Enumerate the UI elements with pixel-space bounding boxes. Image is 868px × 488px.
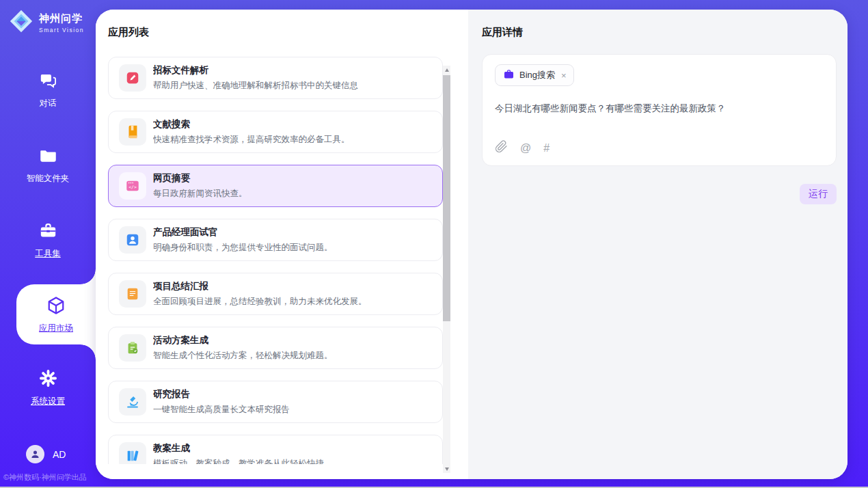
tool-tag-label: Bing搜索 <box>519 69 555 81</box>
diamond-logo-icon <box>8 8 34 37</box>
list-scrollbar[interactable] <box>443 66 450 473</box>
app-card-title: 文献搜索 <box>153 118 350 131</box>
run-button[interactable]: 运行 <box>800 184 837 204</box>
triangle-up-icon <box>445 68 449 72</box>
tool-tag-bing-search[interactable]: Bing搜索 × <box>495 64 574 86</box>
bid-document-icon <box>119 64 146 92</box>
app-card-description: 智能生成个性化活动方案，轻松解决规划难题。 <box>153 350 333 362</box>
sidebar-item-label: 系统设置 <box>31 396 65 407</box>
svg-text:</>: </> <box>128 185 137 190</box>
scroll-up-button[interactable] <box>443 66 450 74</box>
app-card[interactable]: </> 网页摘要 每日政府新闻资讯快查。 <box>108 165 443 207</box>
webpage-summary-icon: </> <box>119 172 146 200</box>
sidebar-item-toolset[interactable]: 工具集 <box>0 221 96 260</box>
app-card[interactable]: 文献搜索 快速精准查找学术资源，提高研究效率的必备工具。 <box>108 111 443 153</box>
pm-interviewer-icon <box>119 226 146 254</box>
chat-icon <box>39 71 57 92</box>
lesson-plan-icon <box>119 442 146 464</box>
app-card[interactable]: 教案生成 模板驱动，教案秒成，教学准备从此轻松快捷 <box>108 435 443 464</box>
app-card-description: 每日政府新闻资讯快查。 <box>153 188 247 200</box>
app-card-title: 项目总结汇报 <box>153 280 367 293</box>
paperclip-icon[interactable] <box>495 140 508 156</box>
sidebar-item-label: 智能文件夹 <box>27 173 70 185</box>
user-name: AD <box>53 449 66 460</box>
app-card-description: 一键智能生成高质量长文本研究报告 <box>153 404 290 416</box>
brand-subtitle: Smart Vision <box>39 27 84 33</box>
app-card-description: 全面回顾项目进展，总结经验教训，助力未来优化发展。 <box>153 296 367 308</box>
app-card-title: 招标文件解析 <box>153 64 358 77</box>
hash-icon[interactable]: # <box>543 143 550 154</box>
app-card[interactable]: 项目总结汇报 全面回顾项目进展，总结经验教训，助力未来优化发展。 <box>108 273 443 315</box>
cube-icon <box>46 295 66 318</box>
folder-icon <box>39 146 57 167</box>
user-account[interactable]: AD <box>26 445 66 463</box>
app-card-description: 帮助用户快速、准确地理解和解析招标书中的关键信息 <box>153 80 358 92</box>
app-card[interactable]: 产品经理面试官 明确身份和职责，为您提供专业性的面试问题。 <box>108 219 443 261</box>
sidebar-item-app-market[interactable]: 应用市场 <box>16 284 96 344</box>
input-toolbar: @ # <box>495 140 824 156</box>
app-card-description: 明确身份和职责，为您提供专业性的面试问题。 <box>153 242 333 254</box>
gear-icon <box>39 369 57 390</box>
app-detail-pane: 应用详情 Bing搜索 × 今日湖北有哪些新闻要点？有哪些需要关注的最新政策？ … <box>468 10 847 479</box>
scrollbar-thumb[interactable] <box>443 75 450 321</box>
literature-search-icon <box>119 118 146 146</box>
app-detail-title: 应用详情 <box>482 26 837 39</box>
activity-plan-icon <box>119 334 146 362</box>
app-card[interactable]: 研究报告 一键智能生成高质量长文本研究报告 <box>108 381 443 423</box>
sidebar-item-label: 应用市场 <box>39 323 73 334</box>
scroll-down-button[interactable] <box>443 465 450 473</box>
app-card-title: 产品经理面试官 <box>153 226 333 239</box>
app-card-title: 研究报告 <box>153 388 290 401</box>
sidebar: 神州问学 Smart Vision 对话 智能文件夹 工具集 应用市场 系统设置 <box>0 0 96 488</box>
research-report-icon <box>119 388 146 416</box>
brand-logo: 神州问学 Smart Vision <box>8 8 84 37</box>
sidebar-item-label: 工具集 <box>35 248 61 260</box>
app-card-title: 网页摘要 <box>153 172 247 185</box>
sidebar-item-label: 对话 <box>40 98 57 109</box>
app-card[interactable]: 活动方案生成 智能生成个性化活动方案，轻松解决规划难题。 <box>108 327 443 369</box>
app-card-list: 招标文件解析 帮助用户快速、准确地理解和解析招标书中的关键信息 文献搜索 快速精… <box>108 57 443 464</box>
app-card-description: 模板驱动，教案秒成，教学准备从此轻松快捷 <box>153 458 324 464</box>
main-panel: 应用列表 招标文件解析 帮助用户快速、准确地理解和解析招标书中的关键信息 文献搜… <box>96 10 847 479</box>
user-avatar-icon <box>26 445 44 463</box>
app-card-title: 活动方案生成 <box>153 334 333 347</box>
app-card-description: 快速精准查找学术资源，提高研究效率的必备工具。 <box>153 134 350 146</box>
prompt-input[interactable]: 今日湖北有哪些新闻要点？有哪些需要关注的最新政策？ <box>495 103 824 140</box>
app-list-pane: 应用列表 招标文件解析 帮助用户快速、准确地理解和解析招标书中的关键信息 文献搜… <box>96 10 468 479</box>
app-card-title: 教案生成 <box>153 442 324 455</box>
at-icon[interactable]: @ <box>520 143 531 154</box>
copyright-footer: ©神州数码·神州问学出品 <box>3 472 87 483</box>
prompt-card: Bing搜索 × 今日湖北有哪些新闻要点？有哪些需要关注的最新政策？ @ # <box>482 54 837 166</box>
toolbox-icon <box>39 221 57 243</box>
tag-close-icon[interactable]: × <box>561 70 567 81</box>
brand-name: 神州问学 <box>39 12 84 25</box>
sidebar-item-smart-folder[interactable]: 智能文件夹 <box>0 146 96 185</box>
sidebar-item-chat[interactable]: 对话 <box>0 71 96 109</box>
sidebar-item-settings[interactable]: 系统设置 <box>0 369 96 407</box>
app-window: 神州问学 Smart Vision 对话 智能文件夹 工具集 应用市场 系统设置 <box>0 0 868 488</box>
triangle-down-icon <box>445 467 449 471</box>
app-card[interactable]: 招标文件解析 帮助用户快速、准确地理解和解析招标书中的关键信息 <box>108 57 443 99</box>
briefcase-icon <box>503 68 515 83</box>
app-list-title: 应用列表 <box>108 26 468 39</box>
project-summary-icon <box>119 280 146 308</box>
